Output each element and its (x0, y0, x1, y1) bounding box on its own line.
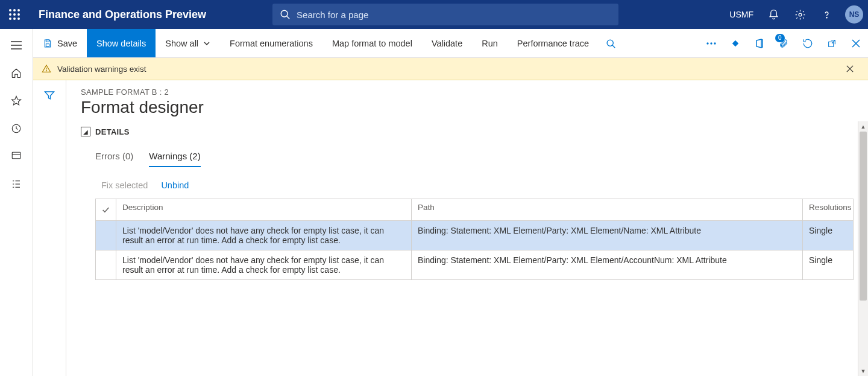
show-all-label: Show all (165, 39, 198, 48)
scroll-thumb[interactable] (860, 132, 867, 301)
col-select-header[interactable] (96, 199, 116, 221)
warning-icon (42, 64, 51, 74)
warning-actions: Fix selected Unbind (81, 180, 854, 190)
show-all-button[interactable]: Show all (156, 29, 220, 57)
svg-point-30 (706, 42, 708, 44)
svg-point-0 (9, 9, 11, 11)
performance-trace-button[interactable]: Performance trace (508, 29, 599, 57)
waffle-icon (9, 9, 20, 20)
refresh-icon (802, 38, 813, 49)
popout-button[interactable] (820, 29, 844, 58)
checkmark-icon (102, 206, 110, 214)
map-format-label: Map format to model (332, 39, 412, 48)
rail-hamburger[interactable] (0, 31, 33, 59)
more-icon (706, 42, 717, 45)
table-row[interactable]: List 'model/Vendor' does not have any ch… (96, 250, 854, 280)
svg-point-31 (710, 42, 712, 44)
run-button[interactable]: Run (472, 29, 508, 57)
details-label: DETAILS (95, 127, 130, 136)
app-header: Finance and Operations Preview USMF (0, 0, 868, 29)
fix-selected-button[interactable]: Fix selected (101, 180, 148, 190)
more-button[interactable] (699, 29, 723, 58)
settings-button[interactable] (788, 0, 813, 29)
svg-marker-16 (12, 97, 21, 105)
tab-warnings[interactable]: Warnings (2) (149, 147, 200, 167)
banner-close-button[interactable] (840, 62, 860, 76)
table-row[interactable]: List 'model/Vendor' does not have any ch… (96, 221, 854, 250)
chevron-down-icon (203, 40, 210, 47)
row-resolutions: Single (803, 250, 854, 280)
star-icon (11, 95, 22, 106)
svg-rect-18 (12, 152, 20, 159)
row-select-cell[interactable] (96, 221, 116, 250)
office-button[interactable] (747, 29, 772, 58)
close-page-button[interactable] (844, 29, 868, 58)
svg-point-7 (13, 18, 16, 20)
modules-icon (11, 179, 22, 190)
svg-line-29 (612, 45, 615, 48)
perf-trace-label: Performance trace (517, 39, 589, 48)
attachments-button[interactable]: 0 (772, 29, 796, 58)
col-description-header[interactable]: Description (116, 199, 412, 221)
action-bar: Save Show details Show all Format enumer… (33, 29, 868, 58)
save-label: Save (57, 39, 77, 48)
svg-point-5 (17, 13, 20, 16)
caret-icon: ◢ (81, 127, 90, 136)
personalize-button[interactable] (723, 29, 747, 58)
row-path: Binding: Statement: XML Element/Party: X… (412, 221, 803, 250)
save-button[interactable]: Save (33, 29, 87, 57)
show-details-label: Show details (96, 39, 146, 48)
rail-home[interactable] (0, 59, 33, 87)
rail-recent[interactable] (0, 115, 33, 142)
run-label: Run (482, 39, 498, 48)
close-icon (852, 39, 860, 48)
scroll-down-icon[interactable]: ▼ (858, 366, 869, 376)
company-picker[interactable]: USMF (723, 10, 760, 19)
filter-button[interactable] (38, 85, 61, 106)
row-select-cell[interactable] (96, 250, 116, 280)
help-button[interactable] (815, 0, 839, 29)
unbind-button[interactable]: Unbind (161, 180, 189, 190)
rail-modules[interactable] (0, 170, 33, 198)
col-path-header[interactable]: Path (412, 199, 803, 221)
office-icon (755, 38, 764, 49)
scrollbar[interactable]: ▲ ▼ (858, 121, 868, 376)
details-toggle[interactable]: ◢ DETAILS (81, 127, 854, 136)
format-enumerations-button[interactable]: Format enumerations (220, 29, 322, 57)
scroll-up-icon[interactable]: ▲ (858, 121, 869, 132)
svg-point-28 (607, 40, 613, 46)
notifications-button[interactable] (762, 0, 786, 29)
row-path: Binding: Statement: XML Element/Party: X… (412, 250, 803, 280)
page-title: Format designer (81, 98, 854, 117)
find-button[interactable] (599, 29, 623, 58)
breadcrumb: SAMPLE FORMAT B : 2 (81, 88, 854, 97)
rail-workspaces[interactable] (0, 142, 33, 170)
svg-rect-27 (46, 43, 49, 46)
avatar[interactable]: NS (845, 5, 863, 24)
filter-icon (44, 91, 55, 100)
search-input[interactable] (297, 10, 611, 20)
clock-icon (11, 123, 22, 134)
refresh-button[interactable] (796, 29, 820, 58)
tabs: Errors (0) Warnings (2) (81, 147, 854, 167)
app-title: Finance and Operations Preview (29, 8, 206, 21)
rail-favorites[interactable] (0, 87, 33, 115)
validate-button[interactable]: Validate (422, 29, 472, 57)
hamburger-icon (11, 41, 22, 49)
help-icon (821, 9, 832, 21)
map-format-button[interactable]: Map format to model (322, 29, 422, 57)
waffle-button[interactable] (0, 0, 29, 29)
global-search[interactable] (272, 4, 618, 25)
col-resolutions-header[interactable]: Resolutions (803, 199, 854, 221)
validate-label: Validate (432, 39, 462, 48)
svg-rect-33 (732, 40, 738, 46)
row-description: List 'model/Vendor' does not have any ch… (116, 250, 412, 280)
show-details-button[interactable]: Show details (87, 29, 156, 57)
home-icon (11, 68, 22, 78)
svg-point-32 (714, 42, 715, 44)
tab-errors[interactable]: Errors (0) (95, 147, 133, 167)
nav-rail (0, 29, 33, 376)
save-icon (43, 39, 52, 48)
row-description: List 'model/Vendor' does not have any ch… (116, 221, 412, 250)
svg-point-2 (17, 9, 20, 11)
